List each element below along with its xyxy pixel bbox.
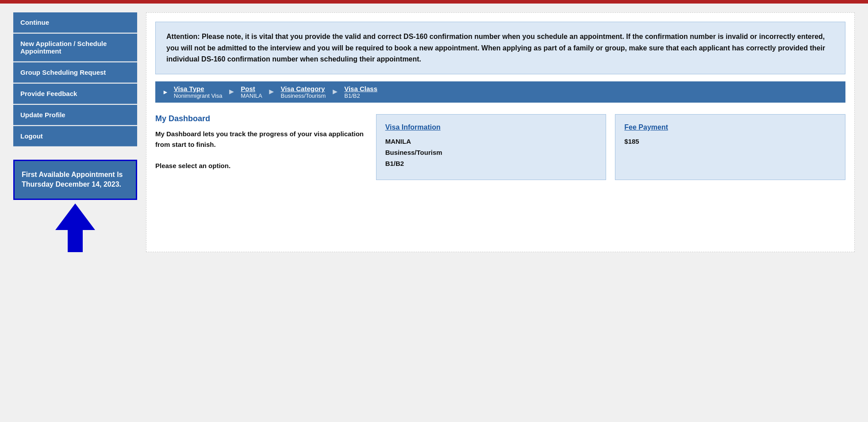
step-divider-2: ► — [331, 87, 339, 96]
visa-info-class: B1/B2 — [385, 160, 597, 167]
dashboard-section: My Dashboard My Dashboard lets you track… — [155, 110, 845, 180]
visa-info-post: MANILA — [385, 138, 597, 145]
visa-info-category: Business/Tourism — [385, 149, 597, 156]
dashboard-description: My Dashboard lets you track the progress… — [155, 129, 367, 171]
step-arrow-icon-0: ► — [162, 88, 169, 96]
sidebar-item-logout[interactable]: Logout — [13, 126, 137, 146]
visa-info-card: Visa Information MANILA Business/Tourism… — [376, 114, 607, 180]
arrow-up-icon — [55, 203, 95, 252]
fee-payment-amount: $185 — [624, 138, 836, 145]
progress-bar: ► Visa Type Nonimmigrant Visa ► Post MAN… — [155, 81, 845, 103]
attention-box: Attention: Please note, it is vital that… — [155, 22, 845, 74]
sidebar-nav: Continue New Application / Schedule Appo… — [13, 12, 137, 146]
step-divider-0: ► — [227, 87, 235, 96]
sidebar-item-provide-feedback[interactable]: Provide Feedback — [13, 84, 137, 104]
sidebar: Continue New Application / Schedule Appo… — [13, 12, 137, 252]
top-bar — [0, 0, 868, 4]
sidebar-item-group-scheduling[interactable]: Group Scheduling Request — [13, 62, 137, 83]
main-layout: Continue New Application / Schedule Appo… — [0, 4, 868, 261]
svg-marker-0 — [55, 203, 95, 252]
arrow-up-container — [13, 203, 137, 252]
progress-step-post[interactable]: Post MANILA — [241, 85, 262, 99]
sidebar-item-new-application[interactable]: New Application / Schedule Appointment — [13, 34, 137, 61]
visa-info-link[interactable]: Visa Information — [385, 123, 597, 131]
sidebar-item-update-profile[interactable]: Update Profile — [13, 105, 137, 125]
sidebar-item-continue[interactable]: Continue — [13, 12, 137, 33]
progress-step-visa-category[interactable]: Visa Category Business/Tourism — [281, 85, 326, 99]
fee-payment-link[interactable]: Fee Payment — [624, 123, 836, 131]
progress-step-visa-type[interactable]: ► Visa Type Nonimmigrant Visa — [162, 85, 222, 99]
step-divider-1: ► — [268, 87, 276, 96]
fee-payment-card: Fee Payment $185 — [615, 114, 845, 180]
first-available-box: First Available Appointment Is Thursday … — [13, 160, 137, 200]
dashboard-title: My Dashboard — [155, 114, 367, 123]
main-content: Attention: Please note, it is vital that… — [146, 12, 855, 252]
progress-step-visa-class[interactable]: Visa Class B1/B2 — [344, 85, 377, 99]
dashboard-text: My Dashboard My Dashboard lets you track… — [155, 114, 367, 180]
